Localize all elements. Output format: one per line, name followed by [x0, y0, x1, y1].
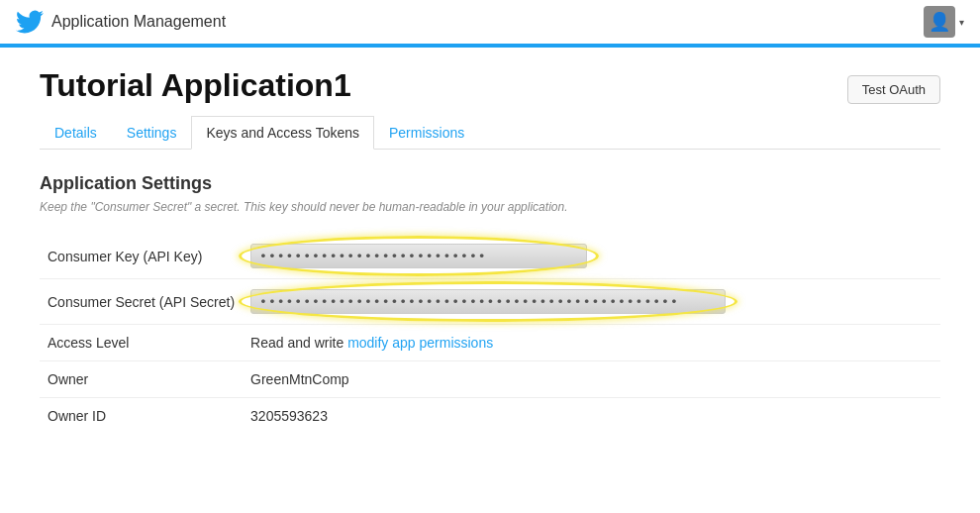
access-level-value: Read and write modify app permissions	[243, 325, 940, 361]
app-title: Tutorial Application1	[40, 67, 351, 104]
owner-id-value: 3205593623	[243, 398, 940, 435]
consumer-secret-wrapper	[250, 289, 726, 314]
consumer-key-value-cell	[243, 234, 940, 279]
modify-permissions-link[interactable]: modify app permissions	[347, 335, 493, 351]
avatar[interactable]: 👤	[924, 6, 955, 38]
section-subtitle: Keep the "Consumer Secret" a secret. Thi…	[40, 200, 940, 214]
twitter-icon	[16, 8, 44, 36]
consumer-secret-value-cell	[243, 279, 940, 325]
consumer-key-row: Consumer Key (API Key)	[40, 234, 940, 279]
settings-table: Consumer Key (API Key) Consumer Secret (…	[40, 234, 940, 434]
app-management-title: Application Management	[51, 13, 226, 31]
access-level-label: Access Level	[40, 325, 243, 361]
tabs: Details Settings Keys and Access Tokens …	[40, 116, 940, 150]
owner-id-label: Owner ID	[40, 398, 243, 435]
app-title-row: Tutorial Application1 Test OAuth	[40, 67, 940, 104]
tab-keys-access-tokens[interactable]: Keys and Access Tokens	[191, 116, 374, 150]
test-oauth-button[interactable]: Test OAuth	[847, 75, 940, 104]
owner-label: Owner	[40, 361, 243, 398]
main-content: Tutorial Application1 Test OAuth Details…	[0, 48, 980, 454]
access-level-row: Access Level Read and write modify app p…	[40, 325, 940, 361]
header-left: Application Management	[16, 8, 226, 36]
tab-settings[interactable]: Settings	[112, 116, 192, 150]
access-level-text: Read and write	[250, 335, 343, 351]
header: Application Management 👤 ▾	[0, 0, 980, 48]
user-avatar-wrapper[interactable]: 👤 ▾	[924, 6, 964, 38]
owner-value: GreenMtnComp	[243, 361, 940, 398]
owner-row: Owner GreenMtnComp	[40, 361, 940, 398]
consumer-secret-label: Consumer Secret (API Secret)	[40, 279, 243, 325]
consumer-secret-row: Consumer Secret (API Secret)	[40, 279, 940, 325]
consumer-key-input[interactable]	[250, 244, 587, 268]
tab-permissions[interactable]: Permissions	[374, 116, 479, 150]
consumer-secret-input[interactable]	[250, 289, 726, 314]
consumer-key-wrapper	[250, 244, 587, 268]
owner-id-row: Owner ID 3205593623	[40, 398, 940, 435]
avatar-caret: ▾	[959, 17, 964, 28]
section-title: Application Settings	[40, 173, 940, 194]
consumer-key-label: Consumer Key (API Key)	[40, 234, 243, 279]
tab-details[interactable]: Details	[40, 116, 112, 150]
